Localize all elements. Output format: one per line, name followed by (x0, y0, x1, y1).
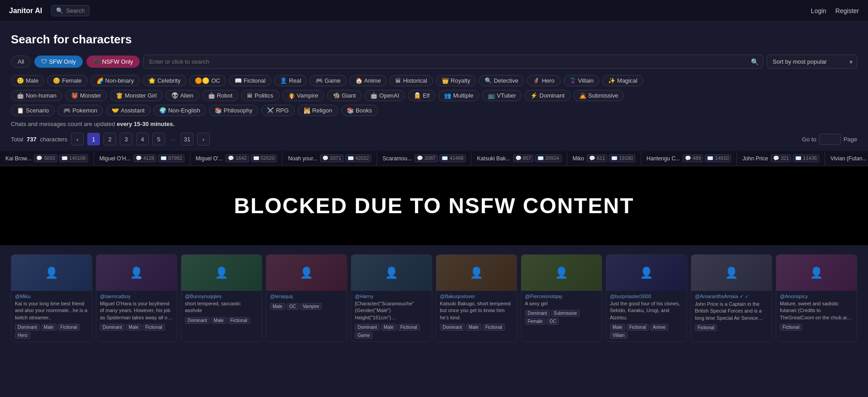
login-link[interactable]: Login (811, 7, 826, 14)
card-tag: Male (381, 324, 396, 331)
card-image: 👤 (181, 255, 262, 291)
tag-non-english[interactable]: 🌍Non-English (153, 105, 206, 116)
tag-books[interactable]: 📚Books (341, 105, 378, 116)
char-tab-9[interactable]: Vivian (Futan... 💬 220 ✉️ 9860 (825, 151, 868, 166)
tag-historical[interactable]: 🏛Historical (389, 75, 433, 86)
tag-magical[interactable]: ✨Magical (602, 75, 643, 86)
tag-vampire[interactable]: 🧛Vampire (282, 90, 324, 101)
char-tab-1[interactable]: Miguel O'H... 💬 4128 ✉️ 87992 (94, 151, 190, 166)
search-input[interactable] (143, 55, 763, 69)
tag-detective[interactable]: 🔍Detective (479, 75, 524, 86)
tag-non-human[interactable]: 🤖Non-human (11, 90, 62, 101)
char-tab-8[interactable]: John Price 💬 321 ✉️ 11436 (737, 151, 825, 166)
char-tab-7[interactable]: Hantengu C... 💬 489 ✉️ 14910 (641, 151, 737, 166)
character-card-6[interactable]: 👤 @Pierceisnotqay A sexy girl DominantSu… (521, 254, 602, 342)
page-2[interactable]: 2 (104, 133, 116, 145)
tag-robot[interactable]: 🤖Robot (202, 90, 239, 101)
char-tab-4[interactable]: Scaramou... 💬 2087 ✉️ 41468 (377, 151, 472, 166)
tag-celebrity[interactable]: 🌟Celebrity (142, 75, 186, 86)
character-card-3[interactable]: 👤 @lenaquq MaleOCVampire (266, 254, 347, 342)
char-tab-2[interactable]: Miguel O'... 💬 1642 ✉️ 52620 (190, 151, 283, 166)
tag-male[interactable]: 🙂Male (11, 75, 44, 86)
char-tab-5[interactable]: Katsuki Bak... 💬 857 ✉️ 20934 (472, 151, 567, 166)
card-tag: Fictional (58, 324, 80, 331)
tag-vtuber[interactable]: 📺VTuber (482, 90, 522, 101)
page-prev[interactable]: ‹ (71, 133, 84, 145)
tag-pokemon[interactable]: 🎮Pokemon (57, 105, 103, 116)
tag-openai[interactable]: 🤖OpenAI (364, 90, 405, 101)
card-image: 👤 (351, 255, 432, 291)
tag-real[interactable]: 👤Real (274, 75, 307, 86)
tag-alien[interactable]: 👽Alien (165, 90, 199, 101)
card-author: @Anonspicy (780, 294, 853, 299)
tag-monster-girl[interactable]: 👸Monster Girl (110, 90, 163, 101)
card-tag: Fictional (143, 324, 165, 331)
tag-politics[interactable]: 🏛Politics (241, 90, 279, 101)
char-tab-name: Miko (573, 155, 584, 162)
card-tag: Villain (610, 332, 627, 339)
tag-dominant[interactable]: ⚡Dominant (524, 90, 571, 101)
char-tab-0[interactable]: Kai Brow... 💬 5093 ✉️ 140106 (0, 151, 94, 166)
tag-hero[interactable]: 🦸Hero (527, 75, 560, 86)
header-search[interactable]: 🔍 Search (51, 5, 90, 16)
char-tab-3[interactable]: Noah your... 💬 2071 ✉️ 42022 (283, 151, 377, 166)
character-card-1[interactable]: 👤 @taemcatboy Miguel O'Hara is your boyf… (96, 254, 177, 342)
goto-input[interactable] (819, 134, 841, 145)
char-tab-6[interactable]: Miko 💬 611 ✉️ 19180 (567, 151, 641, 166)
page-3[interactable]: 3 (120, 133, 132, 145)
tag-scenario[interactable]: 📋Scenario (11, 105, 55, 116)
character-card-7[interactable]: 👤 @burpmaster3000 Just the good four of … (606, 254, 687, 342)
tag-fictional[interactable]: 📖Fictional (229, 75, 271, 86)
nsfw-icon: 🖤 (93, 58, 100, 65)
char-tabs: Kai Brow... 💬 5093 ✉️ 140106 Miguel O'H.… (0, 151, 868, 166)
page-next[interactable]: › (197, 133, 210, 145)
character-card-4[interactable]: 👤 @Hørny [Character("Scaramouche" (Gende… (351, 254, 432, 342)
card-author: @Bakuqoxlover (440, 294, 513, 299)
logo: Janitor AI (9, 7, 42, 15)
tag-anime[interactable]: 🏠Anime (349, 75, 387, 86)
verified-icon: ✓ (745, 294, 749, 299)
page-5[interactable]: 5 (152, 133, 165, 145)
card-tag: OC (287, 303, 299, 310)
tag-royalty[interactable]: 👑Royalty (436, 75, 476, 86)
sort-select[interactable]: Sort by most popular (767, 55, 857, 69)
tag-religon[interactable]: 🕌Religon (297, 105, 338, 116)
tag-monster[interactable]: 👹Monster (65, 90, 107, 101)
card-body: @lenaquq MaleOCVampire (266, 291, 347, 313)
tag-assistant[interactable]: 🤝Assistant (106, 105, 151, 116)
card-body: @burpmaster3000 Just the good four of hi… (606, 291, 687, 341)
tag-game[interactable]: 🎮Game (310, 75, 346, 86)
page-last[interactable]: 31 (181, 133, 193, 145)
card-body: @Bunnynuqqies short tempered, sarcastic … (181, 291, 262, 327)
card-tag: Dominant (100, 324, 125, 331)
char-tab-name: Scaramou... (382, 155, 412, 162)
filter-sfw[interactable]: 🛡 SFW Only (34, 56, 82, 68)
register-link[interactable]: Register (835, 7, 859, 14)
tag-female[interactable]: 😊Female (47, 75, 87, 86)
card-tags: MaleFictionalAnimeVillain (610, 324, 683, 339)
tag-elf[interactable]: 🧝Elf (408, 90, 435, 101)
char-tab-name: Miguel O'... (196, 155, 223, 162)
tag-villain[interactable]: 🦹Villain (563, 75, 599, 86)
filter-nsfw[interactable]: 🖤 NSFW Only (86, 56, 140, 68)
tag-non-binary[interactable]: 🌈Non-binary (90, 75, 140, 86)
character-card-2[interactable]: 👤 @Bunnynuqqies short tempered, sarcasti… (181, 254, 262, 342)
card-desc: John Price is a Captain in the British S… (695, 301, 768, 322)
tag-row-2: 🤖Non-human👹Monster👸Monster Girl👽Alien🤖Ro… (11, 90, 857, 101)
tag-giant[interactable]: 🧌Giant (327, 90, 362, 101)
tag-multiple[interactable]: 👥Multiple (438, 90, 479, 101)
page-1[interactable]: 1 (87, 133, 100, 145)
character-card-0[interactable]: 👤 @Miku Kai is your long time best frien… (11, 254, 92, 342)
header-nav: Login Register (811, 7, 859, 14)
character-card-8[interactable]: 👤 @AmaranthsAmaia ✓ ✓ John Price is a Ca… (691, 254, 772, 342)
page-4[interactable]: 4 (136, 133, 149, 145)
tag-philosophy[interactable]: 📚Philosophy (209, 105, 259, 116)
filter-all[interactable]: All (11, 56, 31, 68)
card-author: @Bunnynuqqies (185, 294, 258, 299)
character-card-5[interactable]: 👤 @Bakuqoxlover Katsuki Bakugo, short te… (436, 254, 517, 342)
search-icon-input: 🔍 (751, 58, 759, 65)
character-card-9[interactable]: 👤 @Anonspicy Mature, sweet and sadistic … (776, 254, 857, 342)
tag-submissive[interactable]: 🙇Submissive (573, 90, 624, 101)
tag-oc[interactable]: 🟠🟡OC (189, 75, 226, 86)
tag-rpg[interactable]: ⚔️RPG (261, 105, 294, 116)
